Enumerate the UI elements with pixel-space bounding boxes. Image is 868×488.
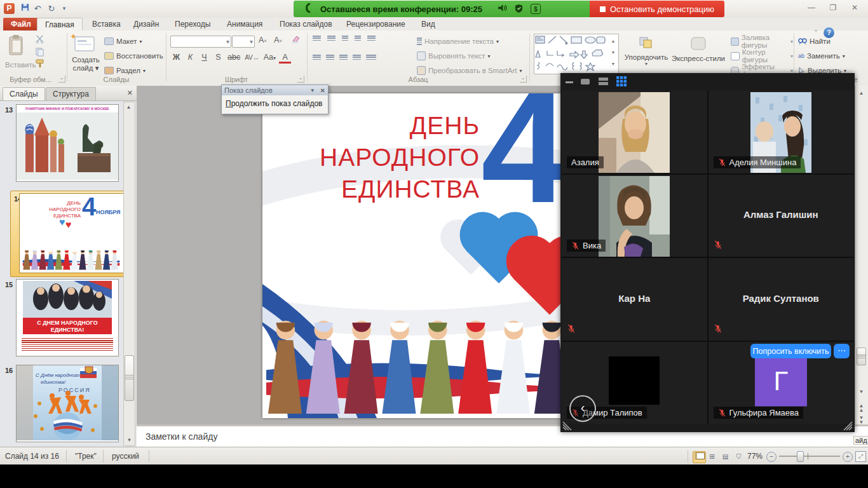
slide-vertical-scrollbar[interactable]: ▲ ▼ ▲▲ ▼▼ — [855, 86, 868, 424]
resize-grip-left[interactable] — [562, 421, 573, 431]
tab-animation[interactable]: Анимация — [219, 18, 270, 30]
shrink-font-button[interactable]: A˅ — [272, 35, 284, 45]
decrease-indent-icon[interactable] — [342, 36, 348, 42]
increase-indent-icon[interactable] — [355, 36, 361, 42]
popup-close-icon[interactable]: ✕ — [320, 87, 325, 94]
participant-tile[interactable]: Аделия Миншина — [709, 91, 854, 173]
new-slide-label1[interactable]: Создать — [72, 56, 100, 64]
align-center-icon[interactable] — [326, 55, 334, 61]
quick-access-dropdown-icon[interactable]: ▾ — [58, 3, 70, 15]
columns-icon[interactable] — [366, 55, 376, 61]
normal-view-button[interactable] — [693, 451, 706, 463]
gallery-view-icon[interactable] — [616, 76, 627, 86]
popup-dropdown-icon[interactable]: ▼ — [310, 88, 315, 93]
font-size-combo[interactable]: ▾ — [232, 36, 255, 48]
replace-button[interactable]: abЗаменить▾ — [798, 50, 845, 62]
font-name-combo[interactable]: ▾ — [170, 36, 231, 48]
smartart-button[interactable]: Преобразовать в SmartArt▾ — [417, 64, 522, 77]
participant-tile[interactable]: Вика — [562, 175, 707, 257]
speaker-view-icon[interactable] — [581, 79, 590, 85]
underline-button[interactable]: Ч — [198, 52, 210, 62]
sidebar-scroll-up-icon[interactable]: ▲ — [124, 102, 133, 112]
bold-button[interactable]: Ж — [170, 52, 182, 62]
change-case-button[interactable]: Aa▾ — [262, 52, 277, 62]
line-spacing-icon[interactable] — [367, 36, 376, 42]
shape-outline-button[interactable]: Контур фигуры▾ — [731, 50, 793, 62]
align-right-icon[interactable] — [339, 55, 348, 61]
participant-tile[interactable]: Азалия — [562, 91, 707, 173]
close-sidebar-icon[interactable]: ✕ — [127, 89, 133, 97]
char-spacing-button[interactable]: AV↔ — [243, 53, 261, 62]
tab-design[interactable]: Дизайн — [126, 18, 166, 30]
paste-label[interactable]: Вставить — [5, 61, 36, 69]
clipboard-dialog-launcher[interactable]: ⌄ — [58, 76, 65, 83]
language-indicator[interactable]: русский — [112, 452, 139, 461]
ask-to-unmute-button[interactable]: Попросить включить — [750, 344, 831, 358]
shapes-scroll[interactable]: ▲▼▼ — [609, 36, 617, 70]
strikethrough-button[interactable]: abc — [226, 52, 241, 62]
minimize-panel-icon[interactable] — [566, 81, 573, 83]
zoom-percentage[interactable]: 77% — [747, 452, 763, 461]
cut-icon[interactable] — [35, 34, 44, 46]
text-direction-button[interactable]: Направление текста▾ — [417, 35, 499, 48]
sidebar-scroll-thumb[interactable] — [125, 355, 134, 401]
shadow-button[interactable]: S — [212, 52, 224, 62]
slide13-thumbnail[interactable]: ПАМЯТНИК МИНИНУ И ПОЖАРСКОМУ В МОСКВЕ — [16, 104, 119, 182]
tab-slideshow[interactable]: Показ слайдов — [272, 18, 340, 30]
font-color-button[interactable]: А — [279, 53, 291, 64]
strip-view-icon[interactable] — [599, 78, 608, 85]
sidebar-scrollbar[interactable]: ▲ ▼ — [123, 102, 135, 446]
participant-tile[interactable]: Алмаз Галишин — [709, 175, 854, 257]
paste-button[interactable] — [8, 34, 27, 60]
tab-file[interactable]: Файл — [3, 18, 39, 30]
popup-titlebar[interactable]: Показ слайдов ▼ ✕ — [222, 85, 328, 95]
tab-home[interactable]: Главная — [37, 18, 83, 31]
fit-to-window-button[interactable]: ⤢ — [855, 451, 866, 462]
collapse-ribbon-icon[interactable]: ⌃ — [811, 29, 821, 38]
redo-icon[interactable]: ↻ — [46, 3, 57, 15]
tab-insert[interactable]: Вставка — [85, 18, 128, 30]
font-dialog-launcher[interactable]: ⌄ — [297, 76, 304, 83]
next-slide-button[interactable]: ▼▼ — [857, 414, 866, 424]
italic-button[interactable]: К — [184, 52, 196, 62]
slide-sorter-view-button[interactable]: ⊞ — [706, 451, 718, 462]
tab-outline-panel[interactable]: Структура — [46, 87, 96, 100]
clear-format-icon[interactable] — [291, 35, 301, 46]
slide14-thumbnail[interactable]: ДЕНЬНАРОДНОГОЕДИНСТВА 4 НОЯБРЯ ♥ ♥ — [20, 194, 124, 273]
scroll-thumb[interactable] — [857, 348, 866, 365]
arrange-button[interactable]: Упорядочить ▾ — [624, 36, 668, 67]
conference-panel-header[interactable] — [560, 73, 855, 91]
resize-grip-right[interactable] — [843, 421, 853, 431]
help-icon[interactable]: ? — [824, 27, 834, 38]
scroll-up-icon[interactable]: ▲ — [857, 88, 866, 98]
justify-icon[interactable] — [353, 55, 361, 61]
sidebar-scroll-down-icon[interactable]: ▼ — [125, 435, 134, 445]
format-painter-icon[interactable] — [35, 58, 44, 71]
slideshow-view-button[interactable]: ⛉ — [733, 451, 745, 462]
tab-transitions[interactable]: Переходы — [167, 18, 218, 30]
scroll-down-icon[interactable]: ▼ — [857, 387, 866, 396]
layout-button[interactable]: Макет▾ — [104, 35, 142, 48]
theme-name[interactable]: "Трек" — [75, 452, 97, 461]
reading-view-button[interactable]: ▤ — [719, 451, 731, 462]
previous-page-button[interactable]: ‹ — [569, 395, 596, 422]
zoom-slider-track[interactable] — [779, 456, 840, 457]
numbering-icon[interactable] — [327, 36, 336, 42]
participant-tile[interactable]: Кар На — [562, 258, 707, 341]
previous-slide-button[interactable]: ▲▲ — [857, 402, 866, 413]
align-text-button[interactable]: Выровнять текст▾ — [417, 50, 491, 62]
participant-tile[interactable]: Радик Султанов — [709, 258, 854, 341]
slide16-thumbnail[interactable]: С Днём народного единства! РОССИЯ — [16, 365, 119, 442]
save-icon[interactable] — [19, 3, 31, 15]
align-left-icon[interactable] — [313, 55, 321, 61]
shape-fill-button[interactable]: Заливка фигуры▾ — [731, 35, 793, 48]
tab-slides-panel[interactable]: Слайды — [3, 87, 45, 100]
slide15-thumbnail[interactable]: С ДНЕМ НАРОДНОГО ЕДИНСТВА! — [16, 279, 119, 356]
resume-slideshow-button[interactable]: Продолжить показ слайдов — [222, 95, 328, 112]
new-slide-label2[interactable]: слайд ▾ — [73, 64, 99, 72]
tab-review[interactable]: Рецензирование — [339, 18, 413, 30]
zoom-out-button[interactable]: − — [766, 452, 776, 462]
zoom-slider-thumb[interactable] — [797, 451, 804, 462]
minimize-button[interactable]: — — [802, 3, 821, 14]
grow-font-button[interactable]: A˄ — [257, 35, 269, 45]
